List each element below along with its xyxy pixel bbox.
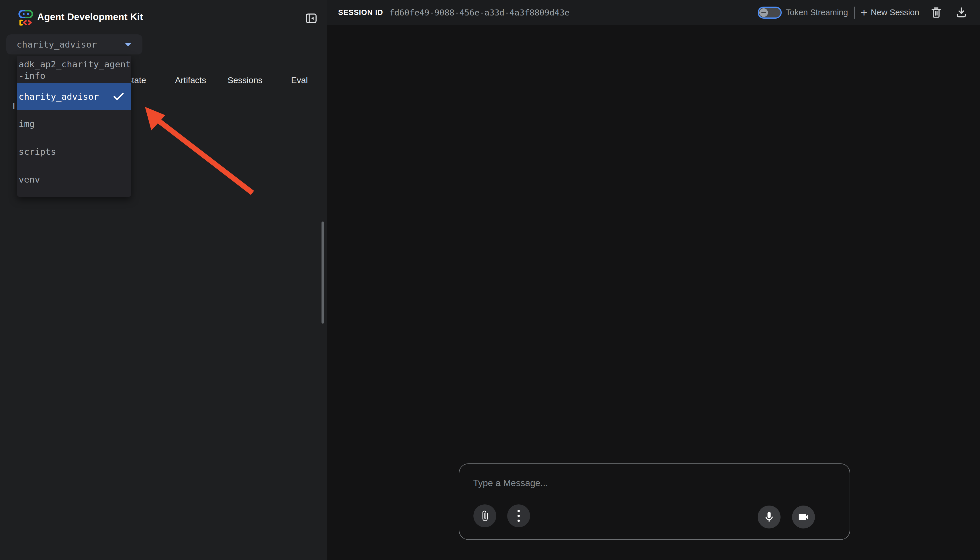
sidebar-scrollbar[interactable] <box>321 222 324 323</box>
tab-sessions[interactable]: Sessions <box>218 69 272 92</box>
export-session-button[interactable] <box>955 7 967 18</box>
dropdown-option-label: charity_advisor <box>18 92 99 102</box>
more-options-button[interactable] <box>507 504 530 527</box>
dropdown-caret-icon <box>125 43 131 47</box>
minus-icon <box>761 12 766 13</box>
dropdown-option[interactable]: adk_ap2_charity_agent-info <box>17 56 131 83</box>
adk-app-window: Agent Development Kit charity_advisor St… <box>0 0 980 560</box>
agent-select-value: charity_advisor <box>17 39 97 50</box>
sidebar-header: Agent Development Kit <box>0 0 327 34</box>
dropdown-option[interactable]: img <box>17 110 131 138</box>
tab-artifacts[interactable]: Artifacts <box>163 69 218 92</box>
topbar-actions: Token Streaming + New Session <box>758 6 980 19</box>
mic-icon <box>763 511 775 523</box>
message-input-box <box>459 463 850 540</box>
agent-select[interactable]: charity_advisor <box>6 34 142 55</box>
dropdown-option[interactable]: scripts <box>17 138 131 165</box>
tab-eval[interactable]: Eval <box>272 69 327 92</box>
agent-dropdown-menu: adk_ap2_charity_agent-info charity_advis… <box>17 56 131 197</box>
videocam-icon <box>797 511 810 523</box>
delete-session-button[interactable] <box>930 6 942 19</box>
attach-file-button[interactable] <box>473 504 496 527</box>
app-title: Agent Development Kit <box>37 0 143 34</box>
session-id-group: SESSION ID fd60fe49-9088-456e-a33d-4a3f8… <box>338 8 569 17</box>
sidebar: Agent Development Kit charity_advisor St… <box>0 0 327 560</box>
toggle-off-icon <box>759 8 768 17</box>
token-streaming-label: Token Streaming <box>786 8 848 17</box>
check-icon <box>113 93 124 101</box>
plus-icon: + <box>860 8 867 17</box>
dropdown-option-selected[interactable]: charity_advisor <box>17 83 131 110</box>
collapse-sidebar-icon <box>304 12 318 25</box>
collapse-sidebar-button[interactable] <box>304 12 318 25</box>
mic-button[interactable] <box>758 505 780 528</box>
download-icon <box>955 7 967 18</box>
new-session-label: New Session <box>871 8 919 17</box>
paperclip-icon <box>479 510 491 522</box>
new-session-button[interactable]: + New Session <box>860 8 919 17</box>
dropdown-option[interactable]: venv <box>17 165 131 193</box>
trash-icon <box>930 6 942 19</box>
token-streaming-toggle[interactable] <box>758 7 782 18</box>
video-button[interactable] <box>792 505 815 528</box>
divider <box>854 7 855 18</box>
obscured-text-fragment: I <box>13 101 15 112</box>
message-input[interactable] <box>473 474 759 492</box>
more-vert-icon <box>517 510 520 522</box>
session-id-value: fd60fe49-9088-456e-a33d-4a3f8809d43e <box>389 8 570 17</box>
chat-topbar: SESSION ID fd60fe49-9088-456e-a33d-4a3f8… <box>327 0 980 25</box>
session-id-label: SESSION ID <box>338 8 383 17</box>
adk-robot-logo-icon <box>18 9 34 27</box>
